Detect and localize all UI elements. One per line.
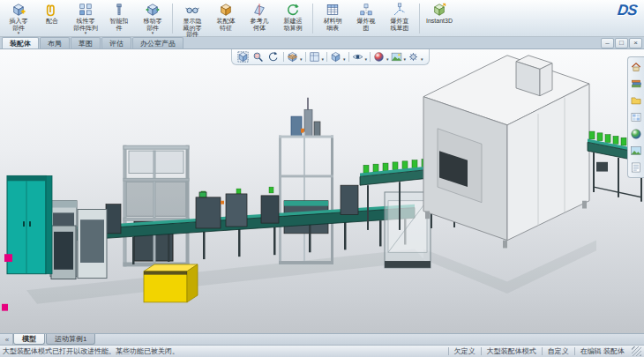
document-tabs: 模型运动算例1 [13,334,96,345]
ds-solidworks-logo: DS [617,2,638,19]
dropdown-caret-icon: ▾ [18,31,20,35]
ribbon-button-label: 爆炸直 线草图 [391,18,409,31]
doc-tab-model[interactable]: 模型 [13,334,45,345]
edit-appearance-button[interactable] [373,50,386,63]
taskpane-file-explorer-button[interactable] [630,94,642,107]
status-segment: 大型装配体模式 [481,347,542,355]
left-cabinets[interactable] [50,201,107,279]
solidworks-window: 插入零 部件▾配合线性零 部件阵列▾智能扣 件移动零 部件▾显示隐 藏的零 部件… [0,0,644,357]
ribbon-buttons: 插入零 部件▾配合线性零 部件阵列▾智能扣 件移动零 部件▾显示隐 藏的零 部件… [2,1,456,36]
ribbon-button-label: 智能扣 件 [110,18,129,31]
ribbon-button-label: 线性零 部件阵列 [73,18,98,31]
document-window-controls: –□× [601,38,642,48]
ribbon-button-label: 参考几 何体 [251,18,269,31]
ribbon-button-exploded-view[interactable]: 爆炸视 图 [349,1,383,36]
ribbon-button-explode-line-sketch[interactable]: 爆炸直 线草图 [383,1,416,36]
apply-scene-button[interactable] [391,50,404,63]
ribbon-button-label: 爆炸视 图 [357,18,376,31]
taskpane-design-library-button[interactable] [630,78,642,90]
ribbon-button-linear-pattern[interactable]: 线性零 部件阵列▾ [69,1,102,36]
command-tab-sketch[interactable]: 草图 [71,37,101,48]
restore-button[interactable]: □ [615,38,628,48]
main-machine-enclosure[interactable] [423,56,589,249]
graphics-area[interactable]: ▾▾▾▾▾▾▾ [0,49,644,333]
dropdown-caret-icon[interactable]: ▾ [365,56,368,62]
ribbon-button-instant3d[interactable]: Instant3D [423,1,456,36]
assembly-3d-model[interactable] [0,49,644,333]
ribbon-button-reference-geometry[interactable]: 参考几 何体 [243,1,276,36]
insert-components-icon [11,3,26,17]
dropdown-caret-icon[interactable]: ▾ [300,56,303,62]
view-settings-button[interactable] [408,50,421,63]
exploded-view-icon [359,3,373,17]
dropdown-caret-icon[interactable]: ▾ [404,56,407,62]
command-tab-layout[interactable]: 布局 [40,37,70,48]
dropdown-caret-icon[interactable]: ▾ [343,56,346,62]
view-orientation-button[interactable] [309,50,322,63]
section-view-button[interactable] [287,50,300,63]
status-segment: 在编辑 装配体 [574,347,630,355]
previous-view-button[interactable] [267,50,281,63]
instant3d-icon [432,3,446,17]
status-bar: 大型装配体模式已打开以改进性能。某些功能已被关闭。 欠定义大型装配体模式自定义在… [0,345,644,357]
hud-separator [370,52,371,62]
frame-tower-center[interactable] [279,98,333,264]
command-manager-tabbar: 装配体布局草图评估办公室产品 –□× [0,37,644,49]
doc-tab-motion-study-1[interactable]: 运动算例1 [46,334,95,345]
ribbon-button-label: 材料明 细表 [324,18,342,31]
ribbon-button-label: 新建运 动算例 [284,18,303,31]
hud-separator [326,52,327,62]
command-tab-evaluate[interactable]: 评估 [101,37,131,48]
dropdown-caret-icon[interactable]: ▾ [322,56,325,62]
ribbon-button-move-component[interactable]: 移动零 部件▾ [136,1,169,36]
taskpane-custom-properties-button[interactable] [630,161,642,174]
taskpane-resources-button[interactable] [630,61,642,73]
ribbon-button-bill-of-materials[interactable]: 材料明 细表 [316,1,349,36]
ribbon-group-separator [419,4,420,33]
ribbon-button-insert-components[interactable]: 插入零 部件▾ [2,1,35,36]
tab-scroll-button[interactable]: « [2,334,13,345]
zoom-fit-button[interactable] [237,50,251,63]
taskpane-view-palette-button[interactable] [630,111,642,123]
dropdown-caret-icon[interactable]: ▾ [421,56,423,62]
ribbon-button-label: Instant3D [426,18,453,25]
teal-control-cabinet[interactable] [7,175,52,273]
close-button[interactable]: × [629,38,642,48]
taskpane-appearances-button[interactable] [630,128,642,140]
ribbon-button-label: 显示隐 藏的零 部件 [183,18,202,38]
ribbon-button-assembly-features[interactable]: 装配体 特征 [209,1,243,36]
heads-up-view-toolbar: ▾▾▾▾▾▾▾ [231,49,430,65]
ribbon-group-separator [172,4,173,33]
hud-separator [305,52,306,62]
yellow-crate[interactable] [144,264,198,302]
command-tab-assembly[interactable]: 装配体 [2,37,39,48]
ribbon-button-smart-fasteners[interactable]: 智能扣 件 [102,1,136,36]
ribbon-button-show-hidden-components[interactable]: 显示隐 藏的零 部件 [176,1,209,36]
hud-separator [283,52,284,62]
taskpane-scenes-button[interactable] [630,145,642,157]
ribbon-group-separator [312,4,313,33]
ribbon-button-new-motion-study[interactable]: 新建运 动算例 [276,1,310,36]
hide-show-items-button[interactable] [352,50,365,63]
assembly-features-icon [219,3,233,17]
dropdown-caret-icon: ▾ [152,31,154,35]
ribbon-button-label: 插入零 部件 [10,18,28,31]
minimize-button[interactable]: – [601,38,614,48]
status-message: 大型装配体模式已打开以改进性能。某些功能已被关闭。 [3,346,448,356]
machine-roof-box[interactable] [516,56,552,96]
explode-line-sketch-icon [393,3,407,17]
status-segment: 欠定义 [448,347,481,355]
dropdown-caret-icon: ▾ [85,31,87,35]
hud-separator [348,52,349,62]
ribbon-button-mate[interactable]: 配合 [35,1,69,36]
resize-grip[interactable] [632,346,641,356]
zoom-area-button[interactable] [252,50,266,63]
display-style-button[interactable] [330,50,343,63]
document-tab-bar: « 模型运动算例1 [0,333,644,345]
command-tab-office-products[interactable]: 办公室产品 [132,37,183,48]
mate-icon [45,3,59,17]
ribbon-button-label: 装配体 特征 [217,18,236,31]
dropdown-caret-icon[interactable]: ▾ [386,56,389,62]
command-manager-ribbon: 插入零 部件▾配合线性零 部件阵列▾智能扣 件移动零 部件▾显示隐 藏的零 部件… [0,0,644,37]
ribbon-button-label: 配合 [46,18,58,25]
